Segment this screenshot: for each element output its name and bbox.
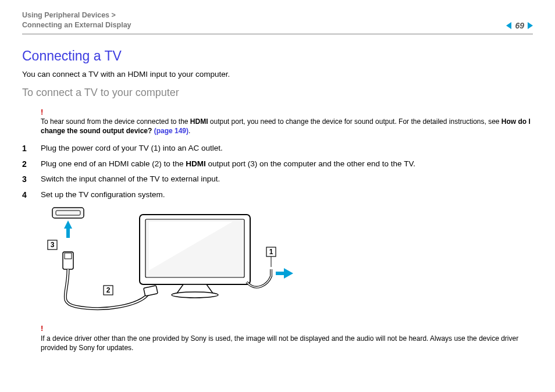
step-2-bold: HDMI: [186, 159, 206, 168]
breadcrumb-line2: Connecting an External Display: [22, 20, 131, 30]
step-4: Set up the TV configuration system.: [22, 190, 533, 201]
breadcrumb: Using Peripheral Devices > Connecting an…: [22, 10, 131, 30]
steps-list: Plug the power cord of your TV (1) into …: [22, 143, 533, 201]
note1-mid: output port, you need to change the devi…: [208, 117, 501, 126]
warning-icon: !: [41, 107, 533, 117]
step-2-pre: Plug one end of an HDMI cable (2) to the: [41, 159, 186, 168]
page-number: 69: [515, 21, 524, 30]
step-3: Switch the input channel of the TV to ex…: [22, 174, 533, 185]
svg-marker-12: [276, 268, 293, 279]
pager: 69: [506, 21, 533, 30]
svg-point-10: [172, 292, 218, 298]
step-4-text: Set up the TV configuration system.: [41, 190, 165, 199]
page-ref-link[interactable]: (page 149): [154, 127, 188, 135]
label-3-box: 3: [48, 240, 57, 250]
svg-rect-0: [52, 208, 84, 218]
subheading: To connect a TV to your computer: [22, 87, 533, 99]
next-page-arrow-icon[interactable]: [528, 22, 533, 29]
page-header: Using Peripheral Devices > Connecting an…: [22, 10, 533, 34]
step-2: Plug one end of an HDMI cable (2) to the…: [22, 159, 533, 170]
label-2-text: 2: [106, 286, 111, 294]
step-3-text: Switch the input channel of the TV to ex…: [41, 174, 220, 183]
note2-text: If a device driver other than the one pr…: [41, 334, 518, 352]
hdmi-port-icon: [52, 208, 84, 218]
step-2-post: output port (3) on the computer and the …: [206, 159, 415, 168]
arrow-to-port-icon: [64, 220, 72, 238]
intro-text: You can connect a TV with an HDMI input …: [22, 70, 533, 79]
note1-period: .: [188, 127, 190, 135]
connection-diagram: 3 2: [41, 206, 533, 319]
label-1-box: 1: [266, 247, 276, 256]
label-2-box: 2: [104, 286, 113, 295]
note-device-driver: ! If a device driver other than the one …: [41, 323, 533, 352]
svg-rect-6: [144, 286, 158, 296]
step-1: Plug the power cord of your TV (1) into …: [22, 143, 533, 154]
warning-icon-2: !: [41, 323, 533, 334]
page-title: Connecting a TV: [22, 48, 533, 64]
note-sound-output: ! To hear sound from the device connecte…: [41, 107, 533, 136]
note1-hdmi: HDMI: [190, 117, 208, 126]
tv-icon: [140, 215, 250, 298]
breadcrumb-line1: Using Peripheral Devices >: [22, 10, 131, 20]
label-3-text: 3: [51, 241, 55, 249]
arrow-to-outlet-icon: [276, 268, 293, 279]
svg-marker-2: [64, 220, 72, 238]
prev-page-arrow-icon[interactable]: [506, 22, 511, 29]
note1-pre: To hear sound from the device connected …: [41, 117, 190, 126]
label-1-text: 1: [269, 248, 273, 256]
step-1-text: Plug the power cord of your TV (1) into …: [41, 144, 223, 152]
